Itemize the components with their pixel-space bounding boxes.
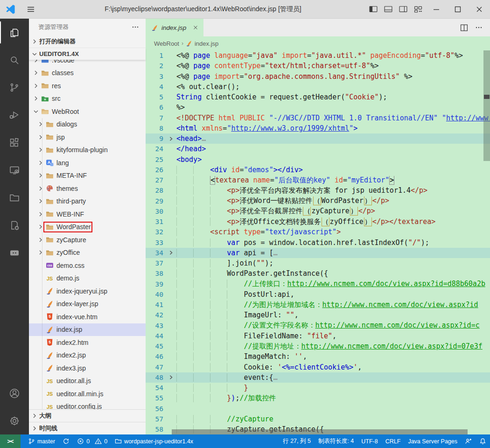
tree-item-jsp[interactable]: jsp	[29, 131, 146, 144]
code-line-38[interactable]: 38 WordPaster.getInstance({	[146, 268, 490, 279]
toggle-sidebar-icon[interactable]	[366, 0, 381, 19]
code-line-54[interactable]: 54 }	[146, 383, 490, 393]
code-line-1[interactable]: 1<%@ page language="java" import="java.u…	[146, 50, 490, 61]
chevron-right-icon[interactable]	[36, 236, 45, 244]
tree-item-WEB-INF[interactable]: WEB-INF	[29, 208, 146, 221]
tree-item-zyCapture[interactable]: zyCapture	[29, 233, 146, 246]
chevron-right-icon[interactable]	[36, 133, 45, 141]
code-line-30[interactable]: 30 <p>泽优全平台截屏控件（zyCapture）</p>	[146, 206, 490, 217]
chevron-right-icon[interactable]	[32, 69, 40, 77]
split-editor-icon[interactable]	[457, 21, 470, 34]
tab-close-icon[interactable]	[192, 24, 199, 31]
code-line-7[interactable]: 7<!DOCTYPE html PUBLIC "-//W3C//DTD XHTM…	[146, 113, 490, 123]
code-line-2[interactable]: 2<%@ page contentType="text/html;charset…	[146, 61, 490, 71]
code-line-43[interactable]: 43 //设置文件字段名称：http://www.ncmem.com/doc/v…	[146, 321, 490, 331]
tree-item-.vscode[interactable]: .vscode	[29, 60, 146, 67]
open-editors-section[interactable]: 打开的编辑器	[29, 35, 146, 48]
code-line-6[interactable]: 6%>	[146, 102, 490, 112]
tree-item-dialogs[interactable]: dialogs	[29, 118, 146, 131]
timeline-section[interactable]: 时间线	[29, 422, 146, 434]
code-line-9[interactable]: 9<head>…	[146, 133, 490, 144]
code-line-25[interactable]: 25<body>	[146, 154, 490, 165]
run-and-debug-icon[interactable]	[0, 101, 29, 129]
code-line-24[interactable]: 24</head>	[146, 144, 490, 154]
close-button[interactable]	[469, 0, 490, 19]
status-eol[interactable]: CRLF	[382, 434, 405, 448]
search-icon[interactable]	[0, 46, 29, 74]
status-sync[interactable]	[59, 434, 73, 448]
menu-icon[interactable]	[21, 5, 40, 14]
tree-item-lang[interactable]: Alang	[29, 156, 146, 169]
outline-section[interactable]: 大纲	[29, 409, 146, 422]
status-feedback[interactable]	[461, 434, 476, 448]
toggle-panel-icon[interactable]	[381, 0, 396, 19]
status-git-branch[interactable]: master	[24, 434, 59, 448]
output-box-icon[interactable]	[0, 239, 29, 266]
code-line-39[interactable]: 39 //上传接口：http://www.ncmem.com/doc/view.…	[146, 279, 490, 289]
code-line-28[interactable]: 28 <p>泽优全平台内容发布解决方案 for jsp ueditor1.4</…	[146, 185, 490, 196]
code-line-37[interactable]: 37 ].join("");	[146, 258, 490, 268]
code-line-27[interactable]: 27 <textarea name="后台取值的key" id="myEdito…	[146, 175, 490, 185]
toggle-secondary-sidebar-icon[interactable]	[396, 0, 411, 19]
chevron-right-icon[interactable]	[36, 223, 45, 231]
tree-item-demo.js[interactable]: JSdemo.js	[29, 272, 146, 285]
tree-item-WebRoot[interactable]: WebRoot	[29, 105, 146, 118]
chevron-right-icon[interactable]	[36, 172, 45, 179]
chevron-right-icon[interactable]	[36, 185, 45, 192]
chevron-right-icon[interactable]	[36, 249, 45, 256]
chevron-right-icon[interactable]	[32, 60, 40, 64]
tab-index-jsp[interactable]: index.jsp	[146, 19, 203, 36]
tree-item-index-vue.htm[interactable]: 5index-vue.htm	[29, 310, 146, 323]
tree-item-themes[interactable]: themes	[29, 182, 146, 195]
maximize-button[interactable]	[447, 0, 469, 19]
minimize-button[interactable]	[426, 0, 447, 19]
file-settings-icon[interactable]	[0, 211, 29, 239]
chevron-right-icon[interactable]	[36, 210, 45, 218]
chevron-right-icon[interactable]	[36, 120, 45, 128]
tree-item-kityformula-plugin[interactable]: kityformula-plugin	[29, 144, 146, 157]
tree-item-ueditor.all.js[interactable]: JSueditor.all.js	[29, 375, 146, 388]
code-line-33[interactable]: 33 var pos = window.location.href.lastIn…	[146, 238, 490, 248]
tree-item-WordPaster[interactable]: WordPaster	[29, 221, 146, 234]
status-problems[interactable]: 00	[73, 434, 111, 448]
breadcrumb[interactable]: WebRoot › index.jsp	[146, 36, 490, 50]
chevron-right-icon[interactable]	[36, 159, 45, 167]
code-line-41[interactable]: 41 //为图片地址增加域名：http://www.ncmem.com/doc/…	[146, 300, 490, 310]
tree-item-classes[interactable]: classes	[29, 67, 146, 80]
fold-chevron-icon[interactable]	[165, 250, 176, 256]
code-line-56[interactable]: 56	[146, 404, 490, 414]
fold-chevron-icon[interactable]	[165, 374, 176, 380]
code-line-46[interactable]: 46 ImageMatch: '',	[146, 351, 490, 362]
code-line-34[interactable]: 34 var api = […	[146, 248, 490, 258]
remote-explorer-icon[interactable]	[0, 156, 29, 184]
explorer-icon[interactable]	[0, 19, 29, 46]
vertical-scrollbar[interactable]	[483, 50, 490, 161]
tree-item-index3.jsp[interactable]: index3.jsp	[29, 362, 146, 375]
accounts-icon[interactable]	[0, 379, 29, 407]
status-workspace[interactable]: wordpaster-jsp-ueditor1.4x	[111, 434, 197, 448]
tree-item-index-jqueryui.jsp[interactable]: index-jqueryui.jsp	[29, 285, 146, 298]
explorer-more-actions-icon[interactable]	[132, 23, 139, 31]
tree-item-index-layer.jsp[interactable]: index-layer.jsp	[29, 298, 146, 311]
tree-item-index2.jsp[interactable]: index2.jsp	[29, 349, 146, 362]
code-line-45[interactable]: 45 //提取图片地址：http://www.ncmem.com/doc/vie…	[146, 341, 490, 351]
settings-icon[interactable]	[0, 407, 29, 434]
code-line-32[interactable]: 32 <script type="text/javascript">	[146, 227, 490, 237]
code-line-29[interactable]: 29 <p>泽优Word一键粘贴控件（WordPaster）</p>	[146, 196, 490, 206]
tree-item-index.jsp[interactable]: index.jsp	[29, 323, 146, 336]
status-language-mode[interactable]: Java Server Pages	[404, 434, 461, 448]
tree-item-ueditor.config.js[interactable]: JSueditor.config.js	[29, 400, 146, 410]
project-folder-icon[interactable]	[0, 184, 29, 211]
chevron-right-icon[interactable]	[36, 197, 45, 205]
source-control-icon[interactable]	[0, 74, 29, 101]
tree-item-third-party[interactable]: third-party	[29, 195, 146, 208]
code-line-55[interactable]: 55 });//加载控件	[146, 393, 490, 403]
code-line-48[interactable]: 48 event:{…	[146, 372, 490, 383]
editor-more-actions-icon[interactable]	[472, 21, 485, 34]
tree-item-META-INF[interactable]: META-INF	[29, 169, 146, 182]
status-notifications[interactable]	[476, 434, 490, 448]
code-editor[interactable]: 1<%@ page language="java" import="java.u…	[146, 50, 490, 434]
tree-item-index2.htm[interactable]: 5index2.htm	[29, 336, 146, 349]
tree-item-zyOffice[interactable]: zyOffice	[29, 246, 146, 259]
code-line-44[interactable]: 44 FileFieldName: "file",	[146, 331, 490, 341]
